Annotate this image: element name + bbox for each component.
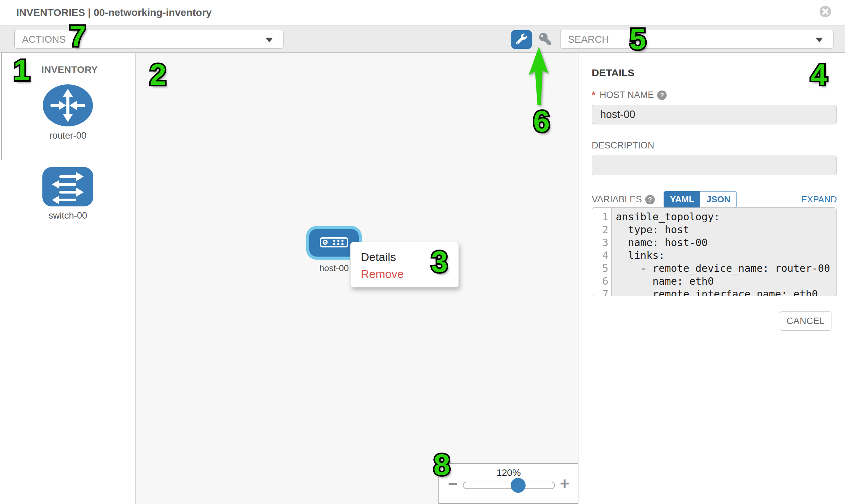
menu-item-remove[interactable]: Remove [361,265,458,282]
cancel-button[interactable]: CANCEL [780,311,831,331]
line-number: 2 [592,223,611,236]
zoom-level-label: 120% [439,467,578,478]
host-icon [320,237,348,249]
toolbar: ACTIONS SEARCH [0,25,845,53]
help-icon[interactable]: ? [657,90,667,100]
inventory-topology-app: INVENTORIES | 00-networking-inventory AC… [0,0,845,504]
node-context-menu: Details Remove [350,242,459,287]
caret-down-icon [815,38,823,42]
code-line: name: host-00 [616,236,837,249]
wrench-icon [516,34,527,46]
code-line: remote_interface_name: eth0 [616,288,837,296]
close-icon[interactable] [820,6,831,17]
required-marker: * [592,89,595,101]
main-area: INVENTORY [0,53,845,504]
sidebar-scrollbar[interactable] [1,53,2,160]
description-input[interactable] [592,156,837,175]
line-number: 4 [592,249,611,262]
json-toggle-button[interactable]: JSON [700,192,737,208]
actions-dropdown-label: ACTIONS [22,34,66,45]
variables-format-toggle: YAML JSON [664,191,737,208]
host-name-input[interactable] [592,105,837,124]
description-label: DESCRIPTION [592,140,654,151]
inventory-palette: INVENTORY [0,53,136,504]
search-dropdown[interactable]: SEARCH [560,30,833,49]
host-name-label-row: * HOST NAME ? [592,89,667,101]
switch-icon [42,202,93,208]
help-icon[interactable]: ? [645,195,655,204]
caret-down-icon [265,38,273,42]
zoom-out-button[interactable]: − [448,475,457,492]
variables-label-row: VARIABLES ? YAML JSON EXPAND [592,191,837,208]
line-number: 5 [592,262,611,275]
code-line: - remote_device_name: router-00 [616,262,837,275]
key-icon [539,33,551,47]
search-dropdown-label: SEARCH [568,34,609,45]
topology-canvas[interactable]: host-00 Details Remove 120% − + [136,53,579,504]
page-header: INVENTORIES | 00-networking-inventory [0,0,845,25]
host-name-label: HOST NAME [599,90,654,100]
line-number: 6 [592,275,611,288]
router-icon [43,122,93,127]
tools-button[interactable] [511,30,532,49]
code-line: name: eth0 [616,275,837,288]
details-panel: DETAILS * HOST NAME ? DESCRIPTION VARIAB… [579,53,845,504]
variables-label: VARIABLES [592,194,642,205]
menu-item-details[interactable]: Details [361,249,458,265]
palette-item-switch[interactable]: switch-00 [42,167,93,221]
description-label-row: DESCRIPTION [592,140,654,151]
page-title: INVENTORIES | 00-networking-inventory [16,0,212,25]
variables-editor[interactable]: 1 2 3 4 5 6 7 ansible_topology: type: ho… [592,208,837,296]
line-number: 3 [592,236,611,249]
actions-dropdown[interactable]: ACTIONS [14,30,283,49]
code-line: type: host [616,223,837,236]
inventory-palette-title: INVENTORY [41,65,98,75]
line-number: 7 [592,288,611,296]
yaml-toggle-button[interactable]: YAML [664,192,700,208]
palette-item-label: router-00 [42,130,93,141]
zoom-slider-track[interactable] [463,482,555,489]
zoom-in-button[interactable]: + [560,475,569,492]
code-line: ansible_topology: [616,211,837,223]
code-line: links: [616,249,837,262]
editor-gutter: 1 2 3 4 5 6 7 [592,208,612,296]
zoom-control-panel: 120% − + [438,463,578,504]
editor-code: ansible_topology: type: host name: host-… [612,208,837,296]
palette-item-router[interactable]: router-00 [42,84,93,141]
zoom-slider-thumb[interactable] [511,478,526,493]
expand-link[interactable]: EXPAND [801,194,837,205]
details-title: DETAILS [592,67,634,79]
credentials-key-button[interactable] [539,33,552,47]
palette-item-label: switch-00 [42,211,93,221]
line-number: 1 [592,211,611,223]
